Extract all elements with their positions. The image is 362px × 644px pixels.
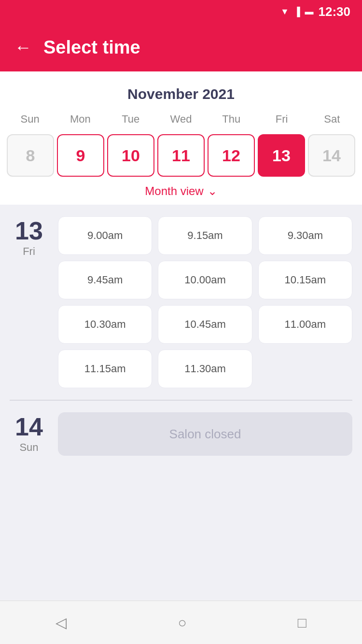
day-label-13: 13 Fri <box>10 216 48 388</box>
chevron-down-icon: ⌄ <box>208 184 217 198</box>
time-slot-1030am[interactable]: 10.30am <box>58 305 152 344</box>
day-header-tue: Tue <box>106 110 156 128</box>
cal-day-10[interactable]: 10 <box>107 134 154 177</box>
time-slot-945am[interactable]: 9.45am <box>58 261 152 299</box>
day-name-13: Fri <box>23 245 35 258</box>
time-slot-930am[interactable]: 9.30am <box>258 216 352 255</box>
battery-icon: ▬ <box>305 7 314 17</box>
cal-day-13[interactable]: 13 <box>258 134 305 177</box>
day-header-sun: Sun <box>5 110 55 128</box>
app-header: ← Select time <box>0 23 362 71</box>
cal-day-9[interactable]: 9 <box>57 134 104 177</box>
month-view-toggle[interactable]: Month view ⌄ <box>5 177 357 205</box>
status-time: 12:30 <box>319 4 351 19</box>
day-header-mon: Mon <box>55 110 105 128</box>
calendar-section: November 2021 Sun Mon Tue Wed Thu Fri Sa… <box>0 71 362 205</box>
time-slot-1115am[interactable]: 11.15am <box>58 350 152 388</box>
cal-day-11[interactable]: 11 <box>157 134 205 177</box>
time-slot-1100am[interactable]: 11.00am <box>258 305 352 344</box>
cal-day-12[interactable]: 12 <box>208 134 255 177</box>
cal-day-8[interactable]: 8 <box>7 134 54 177</box>
day-number-13: 13 <box>15 218 43 243</box>
day-header-sat: Sat <box>307 110 357 128</box>
signal-icon: ▐ <box>294 7 300 17</box>
nav-home-icon[interactable]: ○ <box>178 615 186 631</box>
day-header-thu: Thu <box>206 110 256 128</box>
day-name-14: Sun <box>19 441 38 454</box>
day-number-14: 14 <box>15 414 43 439</box>
day-headers-row: Sun Mon Tue Wed Thu Fri Sat <box>5 110 357 128</box>
day-header-wed: Wed <box>156 110 206 128</box>
nav-app-icon[interactable]: □ <box>298 615 306 631</box>
bottom-nav: ◁ ○ □ <box>0 601 362 644</box>
month-view-label: Month view <box>145 184 203 198</box>
day-header-fri: Fri <box>256 110 306 128</box>
page-title: Select time <box>43 37 140 58</box>
time-slot-1045am[interactable]: 10.45am <box>158 305 252 344</box>
wifi-icon: ▼ <box>280 7 289 17</box>
month-year-title: November 2021 <box>5 81 357 110</box>
day-label-14: 14 Sun <box>10 412 48 456</box>
time-slot-1000am[interactable]: 10.00am <box>158 261 252 299</box>
day-block-13: 13 Fri 9.00am 9.15am 9.30am 9.45am 10.00… <box>0 205 362 400</box>
time-slot-915am[interactable]: 9.15am <box>158 216 252 255</box>
calendar-row: 8 9 10 11 12 13 14 <box>5 132 357 177</box>
salon-closed-banner: Salon closed <box>58 412 352 456</box>
nav-back-icon[interactable]: ◁ <box>56 614 67 631</box>
status-bar: ▼ ▐ ▬ 12:30 <box>0 0 362 23</box>
time-slot-1015am[interactable]: 10.15am <box>258 261 352 299</box>
times-section: 13 Fri 9.00am 9.15am 9.30am 9.45am 10.00… <box>0 205 362 511</box>
times-grid-13: 9.00am 9.15am 9.30am 9.45am 10.00am 10.1… <box>58 216 352 388</box>
cal-day-14[interactable]: 14 <box>308 134 355 177</box>
day-block-14: 14 Sun Salon closed <box>0 401 362 467</box>
time-slot-900am[interactable]: 9.00am <box>58 216 152 255</box>
salon-closed-label: Salon closed <box>169 427 241 442</box>
back-button[interactable]: ← <box>14 37 32 57</box>
time-slot-1130am[interactable]: 11.30am <box>158 350 252 388</box>
